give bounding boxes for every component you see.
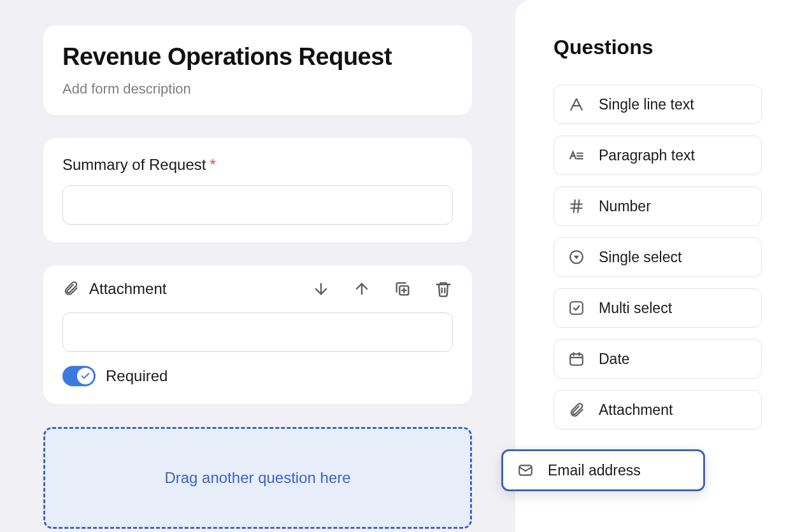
- questions-sidebar: Questions Single line text Paragraph tex…: [515, 0, 800, 532]
- required-marker: *: [210, 156, 215, 174]
- form-canvas: Revenue Operations Request Add form desc…: [0, 0, 515, 532]
- qtype-label: Single select: [599, 249, 682, 266]
- qtype-single-select[interactable]: Single select: [554, 237, 762, 277]
- question-dropzone[interactable]: Drag another question here: [43, 427, 472, 529]
- duplicate-button[interactable]: [393, 279, 412, 298]
- paperclip-icon: [62, 280, 80, 298]
- attachment-field-label[interactable]: Attachment: [89, 280, 303, 298]
- question-card-attachment[interactable]: Attachment Required: [43, 265, 472, 404]
- move-down-button[interactable]: [311, 279, 331, 298]
- qtype-number[interactable]: Number: [554, 186, 762, 226]
- dropzone-prompt: Drag another question here: [164, 469, 350, 487]
- required-toggle-label: Required: [106, 367, 168, 385]
- multi-select-icon: [568, 300, 585, 316]
- field-label: Summary of Request *: [62, 156, 453, 174]
- single-select-icon: [568, 249, 585, 265]
- qtype-label: Single line text: [599, 96, 694, 113]
- qtype-label: Number: [599, 198, 651, 215]
- qtype-single-line-text[interactable]: Single line text: [554, 85, 762, 124]
- qtype-paragraph-text[interactable]: Paragraph text: [554, 136, 762, 175]
- qtype-label: Paragraph text: [599, 147, 695, 164]
- summary-input[interactable]: [62, 185, 453, 225]
- required-toggle[interactable]: [62, 366, 96, 386]
- qtype-email-dragging[interactable]: Email address: [501, 449, 705, 491]
- svg-line-14: [574, 200, 575, 213]
- svg-marker-17: [574, 256, 580, 259]
- qtype-label: Date: [599, 351, 630, 368]
- hash-icon: [568, 198, 585, 214]
- form-description-placeholder[interactable]: Add form description: [62, 81, 453, 97]
- text-icon: [568, 96, 585, 113]
- qtype-attachment[interactable]: Attachment: [554, 390, 762, 430]
- attachment-input[interactable]: [62, 312, 453, 352]
- delete-button[interactable]: [434, 279, 453, 298]
- qtype-label: Email address: [548, 462, 641, 479]
- svg-line-15: [578, 200, 579, 213]
- sidebar-title: Questions: [554, 36, 762, 59]
- form-header-card[interactable]: Revenue Operations Request Add form desc…: [43, 25, 472, 115]
- field-label-text: Summary of Request: [62, 156, 206, 174]
- qtype-date[interactable]: Date: [554, 339, 762, 379]
- question-card-summary[interactable]: Summary of Request *: [43, 138, 472, 242]
- paragraph-icon: [568, 147, 585, 164]
- move-up-button[interactable]: [352, 279, 371, 298]
- qtype-multi-select[interactable]: Multi select: [554, 288, 762, 328]
- qtype-label: Multi select: [599, 300, 672, 317]
- paperclip-icon: [568, 402, 585, 418]
- form-title[interactable]: Revenue Operations Request: [62, 43, 453, 71]
- calendar-icon: [568, 351, 585, 367]
- svg-rect-18: [570, 302, 583, 314]
- toggle-knob: [77, 368, 94, 384]
- svg-rect-19: [570, 354, 583, 365]
- qtype-label: Attachment: [599, 402, 673, 419]
- mail-icon: [517, 462, 534, 479]
